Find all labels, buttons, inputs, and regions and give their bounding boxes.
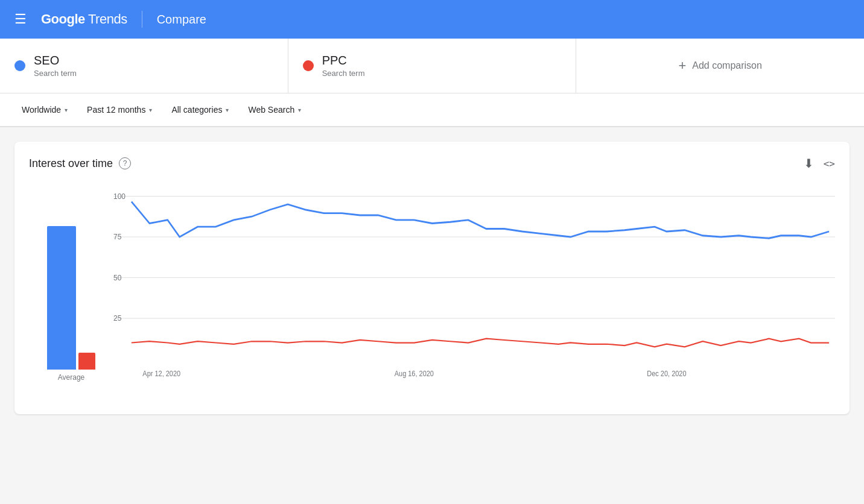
svg-text:Dec 20, 2020: Dec 20, 2020: [647, 369, 687, 377]
chart-container: Average 100 75 50 25: [29, 183, 835, 400]
filter-time-range-arrow: ▾: [149, 107, 152, 113]
ppc-line: [132, 339, 829, 347]
filter-location-label: Worldwide: [22, 105, 61, 115]
search-term-seo[interactable]: SEO Search term: [0, 39, 288, 93]
logo: Google Trends: [41, 11, 127, 27]
seo-line: [132, 202, 829, 239]
ppc-info: PPC Search term: [322, 54, 365, 78]
interest-over-time-card: Interest over time ? ⬇ <> Average: [14, 142, 850, 414]
header: ☰ Google Trends Compare: [0, 0, 864, 39]
ppc-dot: [303, 60, 314, 71]
card-title: Interest over time: [29, 157, 113, 170]
avg-bars: [47, 201, 95, 370]
chart-svg-section: 100 75 50 25 Apr 12, 2020 Aug 16, 2020 D…: [113, 183, 835, 400]
avg-label: Average: [58, 373, 84, 382]
card-actions: ⬇ <>: [804, 156, 835, 171]
header-divider: [142, 11, 142, 28]
svg-text:100: 100: [113, 191, 125, 201]
plus-icon: +: [678, 58, 686, 74]
search-terms-bar: SEO Search term PPC Search term + Add co…: [0, 39, 864, 93]
seo-name: SEO: [34, 54, 77, 68]
svg-text:Apr 12, 2020: Apr 12, 2020: [142, 369, 180, 377]
embed-icon[interactable]: <>: [824, 158, 835, 169]
svg-text:25: 25: [113, 313, 121, 323]
add-comparison-label: Add comparison: [692, 60, 762, 71]
menu-icon[interactable]: ☰: [10, 7, 31, 32]
header-title: Compare: [157, 13, 206, 27]
card-header: Interest over time ? ⬇ <>: [29, 156, 835, 171]
filter-search-type[interactable]: Web Search ▾: [241, 100, 308, 119]
main-content: Interest over time ? ⬇ <> Average: [0, 127, 864, 429]
seo-info: SEO Search term: [34, 54, 77, 78]
svg-text:75: 75: [113, 232, 121, 242]
card-title-group: Interest over time ?: [29, 157, 131, 170]
avg-bar-ppc: [78, 353, 95, 370]
help-icon[interactable]: ?: [119, 157, 131, 169]
filter-search-type-label: Web Search: [248, 105, 294, 115]
filter-category-arrow: ▾: [226, 107, 229, 113]
filter-search-type-arrow: ▾: [298, 107, 301, 113]
svg-text:50: 50: [113, 272, 121, 282]
filter-location-arrow: ▾: [65, 107, 68, 113]
add-comparison-button[interactable]: + Add comparison: [576, 39, 864, 93]
chart-svg: 100 75 50 25 Apr 12, 2020 Aug 16, 2020 D…: [113, 183, 835, 400]
filter-category[interactable]: All categories ▾: [164, 100, 236, 119]
search-term-ppc[interactable]: PPC Search term: [288, 39, 577, 93]
download-icon[interactable]: ⬇: [804, 156, 814, 171]
filters-bar: Worldwide ▾ Past 12 months ▾ All categor…: [0, 93, 864, 127]
filter-location[interactable]: Worldwide ▾: [14, 100, 75, 119]
chart-avg-section: Average: [29, 183, 113, 400]
avg-bar-seo: [47, 226, 76, 370]
seo-type: Search term: [34, 69, 77, 78]
filter-category-label: All categories: [171, 105, 222, 115]
filter-time-range-label: Past 12 months: [87, 105, 145, 115]
filter-time-range[interactable]: Past 12 months ▾: [80, 100, 159, 119]
svg-text:Aug 16, 2020: Aug 16, 2020: [395, 369, 434, 377]
ppc-type: Search term: [322, 69, 365, 78]
ppc-name: PPC: [322, 54, 365, 68]
seo-dot: [14, 60, 25, 71]
